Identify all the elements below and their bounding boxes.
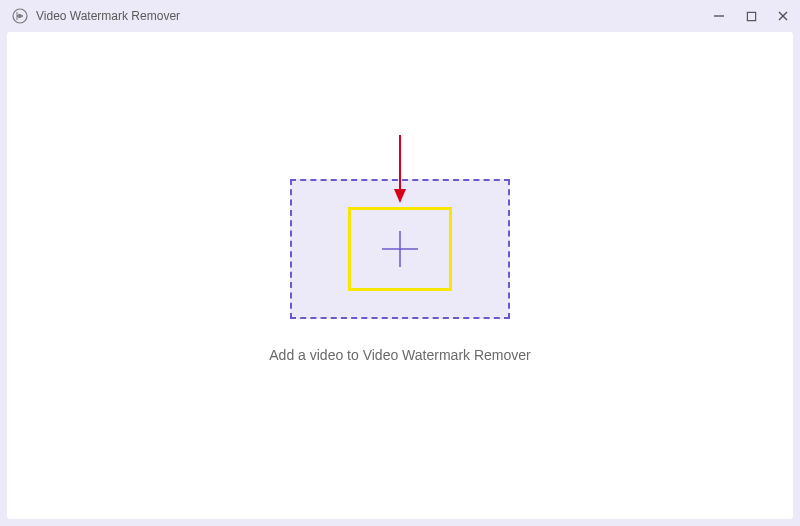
arrow-annotation-icon xyxy=(390,133,410,209)
app-logo-icon xyxy=(12,8,28,24)
titlebar: Video Watermark Remover xyxy=(0,0,800,32)
highlight-annotation xyxy=(348,207,452,291)
maximize-button[interactable] xyxy=(744,9,758,23)
app-window: Video Watermark Remover xyxy=(0,0,800,526)
titlebar-left: Video Watermark Remover xyxy=(12,8,180,24)
window-controls xyxy=(712,9,790,23)
close-button[interactable] xyxy=(776,9,790,23)
instruction-text: Add a video to Video Watermark Remover xyxy=(269,347,530,363)
app-title: Video Watermark Remover xyxy=(36,9,180,23)
content-area: Add a video to Video Watermark Remover xyxy=(7,32,793,519)
add-video-dropzone[interactable] xyxy=(290,179,510,319)
plus-icon xyxy=(379,228,421,270)
center-wrap: Add a video to Video Watermark Remover xyxy=(269,179,530,363)
svg-rect-2 xyxy=(747,12,755,20)
svg-marker-6 xyxy=(394,189,406,203)
minimize-button[interactable] xyxy=(712,9,726,23)
